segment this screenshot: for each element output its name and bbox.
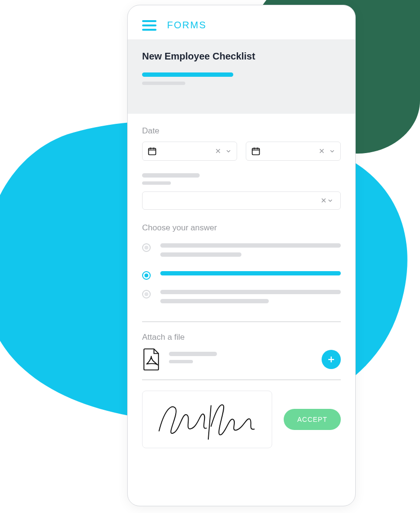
- calendar-icon: [147, 146, 157, 156]
- svg-rect-0: [149, 148, 156, 155]
- accept-button[interactable]: ACCEPT: [284, 409, 341, 430]
- clear-icon[interactable]: ✕: [215, 147, 221, 155]
- radio-icon: [142, 290, 151, 298]
- attach-label: Attach a file: [142, 333, 341, 342]
- form-title: New Employee Checklist: [142, 51, 341, 62]
- plus-icon: [327, 355, 336, 364]
- app-header: FORMS: [128, 5, 355, 39]
- chevron-down-icon: [327, 197, 334, 204]
- dropdown-input[interactable]: ✕: [142, 191, 341, 210]
- app-brand: FORMS: [167, 20, 206, 31]
- signature-glyph: [152, 398, 263, 441]
- choose-label: Choose your answer: [142, 223, 341, 233]
- file-name-placeholder: [169, 352, 313, 367]
- divider: [142, 322, 341, 322]
- radio-option-1[interactable]: [142, 239, 341, 266]
- clear-icon[interactable]: ✕: [321, 196, 327, 205]
- signature-pad[interactable]: [142, 391, 272, 448]
- date-from-input[interactable]: ✕: [142, 142, 237, 161]
- chevron-down-icon: [329, 148, 336, 155]
- date-label: Date: [142, 126, 341, 136]
- calendar-icon: [251, 146, 261, 156]
- placeholder-label-block: [142, 173, 341, 185]
- progress-bar: [142, 72, 233, 77]
- date-to-input[interactable]: ✕: [246, 142, 341, 161]
- radio-icon: [142, 243, 151, 252]
- clear-icon[interactable]: ✕: [319, 147, 325, 155]
- radio-option-2[interactable]: [142, 266, 341, 285]
- device-frame: FORMS New Employee Checklist Date ✕: [127, 5, 356, 506]
- svg-rect-1: [252, 148, 260, 155]
- form-banner: New Employee Checklist: [128, 39, 355, 114]
- chevron-down-icon: [225, 148, 232, 155]
- form-body: Date ✕ ✕: [128, 114, 355, 506]
- add-file-button[interactable]: [322, 350, 341, 369]
- divider: [142, 380, 341, 380]
- pdf-file-icon: [142, 348, 160, 371]
- radio-group: [142, 239, 341, 313]
- radio-icon: [142, 271, 151, 280]
- progress-sub: [142, 82, 185, 85]
- hamburger-menu-icon[interactable]: [142, 20, 156, 31]
- radio-option-3[interactable]: [142, 285, 341, 313]
